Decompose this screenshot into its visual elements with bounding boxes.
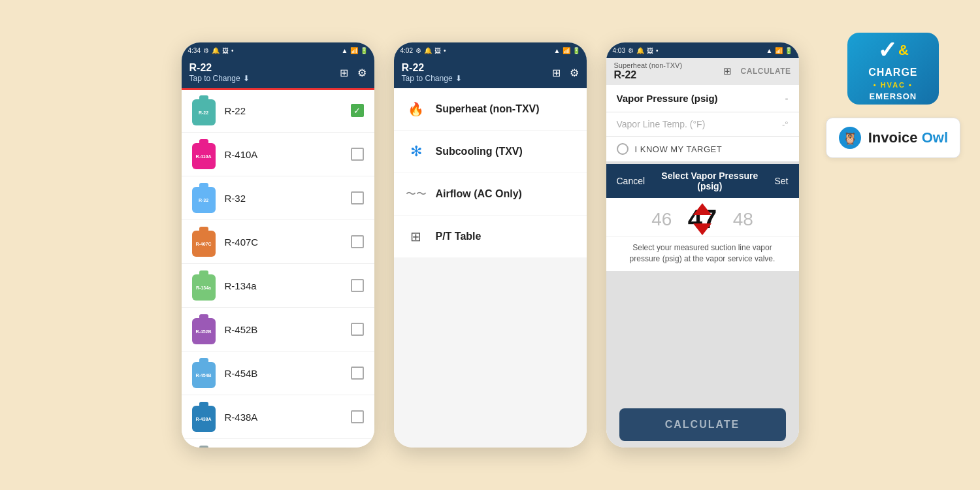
app-title-1: R-22 — [189, 62, 250, 74]
refrigerant-list: R-22 R-22 ✓ R-410A R-410A R-32 — [182, 88, 374, 448]
know-target-label: I KNOW MY TARGET — [635, 144, 723, 154]
emerson-logo-row: ✓ & — [877, 37, 909, 64]
image-icon-3: 🖼 — [647, 47, 653, 54]
list-item[interactable]: R-407C R-407C — [182, 220, 374, 264]
list-item[interactable]: R-422B R-422B — [182, 439, 374, 448]
pt-table-icon: ⊞ — [407, 227, 425, 246]
ref-label-r407c: R-407C — [225, 237, 342, 248]
ref-check-r407c[interactable] — [351, 235, 364, 248]
phone-calculator: 4:03 ⚙ 🔔 🖼 • ▲ 📶 🔋 Superheat (non-TXV) R… — [606, 42, 799, 448]
status-time-1: 4:34 ⚙ 🔔 🖼 • — [188, 47, 234, 54]
list-item[interactable]: R-410A R-410A — [182, 133, 374, 176]
ref-icon-wrap-r407c: R-407C — [192, 227, 216, 257]
status-time-2: 4:02 ⚙ 🔔 🖼 • — [400, 47, 446, 54]
ref-icon-wrap-r438a: R-438A — [192, 402, 216, 432]
menu-item-subcooling[interactable]: ✻ Subcooling (TXV) — [394, 131, 587, 172]
calc-spacer — [606, 271, 799, 402]
calculate-button[interactable]: CALCULATE — [619, 408, 786, 441]
ref-body-r22: R-22 — [192, 99, 216, 125]
notification-icon-2: 🔔 — [424, 47, 432, 54]
list-item[interactable]: R-22 R-22 ✓ — [182, 88, 374, 133]
list-item[interactable]: R-134a R-134a — [182, 264, 374, 308]
gear-icon-2[interactable]: ⚙ — [570, 67, 579, 79]
grid-icon-1[interactable]: ⊞ — [340, 67, 348, 79]
ref-cap-r422b — [199, 446, 208, 448]
ref-check-r410a[interactable] — [351, 148, 364, 161]
phone-refrigerant-list: 4:34 ⚙ 🔔 🖼 • ▲ 📶 🔋 R-22 Tap to Change ⬇ — [182, 42, 374, 448]
owl-highlight: Owl — [922, 129, 948, 146]
vapor-num-48: 48 — [717, 209, 769, 230]
ref-check-r32[interactable] — [351, 191, 364, 204]
image-icon: 🖼 — [222, 47, 229, 54]
status-icons-1: ▲ 📶 🔋 — [342, 47, 368, 54]
ref-check-r22[interactable]: ✓ — [351, 104, 364, 117]
airflow-icon: 〜〜 — [407, 185, 425, 203]
ref-check-r452b[interactable] — [351, 323, 364, 336]
app-header-1: R-22 Tap to Change ⬇ ⊞ ⚙ — [182, 58, 374, 88]
vapor-pressure-label: Vapor Pressure (psig) — [617, 93, 718, 104]
menu-item-pt-table[interactable]: ⊞ P/T Table — [394, 216, 587, 257]
ref-check-r134a[interactable] — [351, 279, 364, 292]
status-icons-2: ▲ 📶 🔋 — [554, 47, 580, 54]
vapor-line-field[interactable]: Vapor Line Temp. (°F) -° — [606, 112, 799, 136]
list-item[interactable]: R-452B R-452B — [182, 308, 374, 351]
emerson-amp-icon: & — [898, 42, 909, 59]
settings-icon-3: ⚙ — [628, 47, 634, 54]
vapor-arrow-down[interactable] — [693, 223, 711, 235]
menu-item-airflow[interactable]: 〜〜 Airflow (AC Only) — [394, 173, 587, 215]
calculate-top-btn[interactable]: CALCULATE — [741, 67, 791, 76]
vapor-num-46: 46 — [636, 209, 688, 230]
list-item[interactable]: R-32 R-32 — [182, 176, 374, 220]
notification-icon: 🔔 — [212, 47, 220, 54]
invoice-owl-box: 🦉 Invoice Owl — [826, 118, 960, 158]
vapor-cancel-btn[interactable]: Cancel — [617, 176, 645, 186]
ref-label-r134a: R-134a — [225, 280, 342, 291]
ref-body-r410a: R-410A — [192, 143, 216, 169]
battery-icon-2: 🔋 — [572, 47, 580, 54]
header-icons-2: ⊞ ⚙ — [552, 67, 579, 79]
ref-icon-wrap-r454b: R-454B — [192, 358, 216, 388]
emerson-check-icon: ✓ — [877, 37, 897, 64]
know-target-radio[interactable] — [617, 143, 629, 155]
list-item[interactable]: R-454B R-454B — [182, 351, 374, 395]
menu-label-superheat: Superheat (non-TXV) — [436, 103, 540, 115]
ref-icon-wrap-r410a: R-410A — [192, 139, 216, 169]
ref-icon-wrap-r32: R-32 — [192, 183, 216, 213]
signal-icon-2: ▲ — [554, 47, 561, 54]
app-subtitle-2: Tap to Change ⬇ — [402, 74, 462, 83]
vapor-pressure-value: - — [785, 93, 789, 104]
menu-label-subcooling: Subcooling (TXV) — [436, 146, 523, 157]
notification-icon-3: 🔔 — [636, 47, 644, 54]
app-header-2: R-22 Tap to Change ⬇ ⊞ ⚙ — [394, 58, 587, 88]
brand-area: ✓ & CHARGE • HVAC • EMERSON 🦉 Invoice Ow… — [826, 33, 960, 158]
menu-label-pt-table: P/T Table — [436, 231, 482, 242]
vapor-active-container: 47 — [688, 204, 717, 234]
vapor-pressure-field[interactable]: Vapor Pressure (psig) - — [606, 85, 799, 112]
vapor-pressure-selector: Cancel Select Vapor Pressure(psig) Set 4… — [606, 164, 799, 271]
vapor-selector-header: Cancel Select Vapor Pressure(psig) Set — [606, 164, 799, 198]
ref-body-r407c: R-407C — [192, 231, 216, 257]
menu-item-superheat[interactable]: 🔥 Superheat (non-TXV) — [394, 88, 587, 130]
ref-body-r454b: R-454B — [192, 362, 216, 388]
calc-header-title: R-22 — [614, 69, 683, 81]
ref-check-r438a[interactable] — [351, 410, 364, 423]
gear-icon-1[interactable]: ⚙ — [357, 67, 367, 79]
vapor-line-value: -° — [782, 120, 789, 129]
vapor-picker-area: 46 47 48 — [606, 198, 799, 237]
menu-list: 🔥 Superheat (non-TXV) ✻ Subcooling (TXV)… — [394, 88, 587, 448]
know-target-row[interactable]: I KNOW MY TARGET — [606, 137, 799, 161]
ref-label-r452b: R-452B — [225, 324, 342, 335]
vapor-arrow-up[interactable] — [693, 203, 711, 215]
ref-body-r452b: R-452B — [192, 318, 216, 344]
vapor-picker: 46 47 48 — [606, 198, 799, 237]
grid-icon-2[interactable]: ⊞ — [552, 67, 561, 79]
ref-check-r454b[interactable] — [351, 367, 364, 380]
owl-icon: 🦉 — [838, 126, 862, 150]
list-item[interactable]: R-438A R-438A — [182, 395, 374, 439]
vapor-set-btn[interactable]: Set — [774, 176, 788, 186]
grid-icon-3[interactable]: ⊞ — [723, 65, 732, 77]
calc-header-small: Superheat (non-TXV) — [614, 61, 683, 69]
status-bar-1: 4:34 ⚙ 🔔 🖼 • ▲ 📶 🔋 — [182, 42, 374, 58]
invoice-owl-text: Invoice Owl — [868, 129, 948, 146]
status-bar-3: 4:03 ⚙ 🔔 🖼 • ▲ 📶 🔋 — [606, 42, 799, 58]
